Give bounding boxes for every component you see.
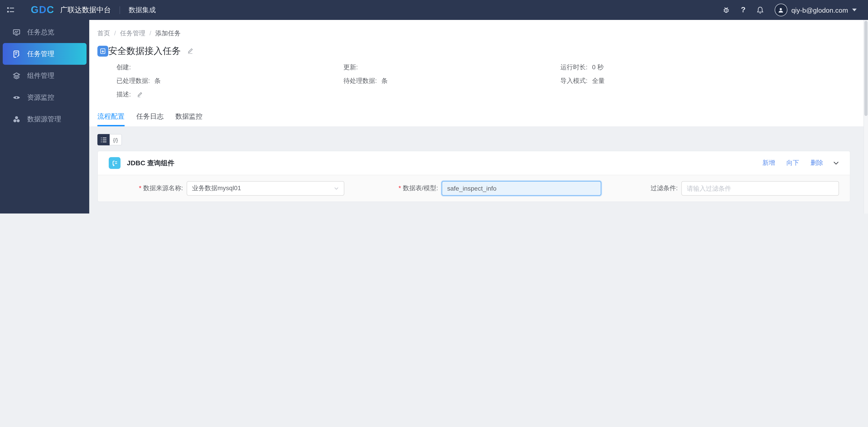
eye-icon [13, 94, 21, 101]
breadcrumb-separator: / [150, 29, 151, 38]
topbar: GDC 广联达数据中台 数据集成 ? [0, 0, 868, 20]
sidebar-item-resource-monitor[interactable]: 资源监控 [0, 87, 89, 108]
meta-pending: 待处理数据: 条 [343, 77, 560, 85]
module-name: 数据集成 [129, 6, 156, 14]
notifications-bell-icon[interactable] [756, 6, 764, 14]
list-view-toggle[interactable] [97, 134, 110, 145]
meta-processed-value: 条 [154, 77, 161, 85]
bug-icon[interactable] [722, 6, 731, 14]
scrollbar-thumb[interactable] [864, 21, 868, 116]
edit-description-icon[interactable] [136, 92, 143, 98]
meta-runtime-value: 0 秒 [592, 63, 604, 71]
datasource-select-value: 业务数据mysql01 [192, 184, 241, 192]
sidebar-item-label: 任务总览 [27, 28, 54, 36]
tab-data-monitor[interactable]: 数据监控 [175, 112, 203, 126]
view-toggle: {/} [97, 134, 850, 145]
jdbc-query-card-header: JDBC 查询组件 新增 向下 删除 [98, 151, 850, 175]
tab-flow-config[interactable]: 流程配置 [97, 112, 125, 126]
sidebar-item-component-management[interactable]: 组件管理 [0, 65, 89, 87]
breadcrumb-home[interactable]: 首页 [97, 29, 110, 38]
jdbc-query-card-body: *数据来源名称: 业务数据mysql01 *数据表/模型: 过滤条件: [98, 175, 850, 201]
task-edit-icon [13, 50, 21, 58]
meta-pending-value: 条 [381, 77, 388, 85]
dashboard-icon [13, 28, 21, 36]
tab-bar: 流程配置 任务日志 数据监控 [97, 112, 203, 126]
task-title-row: 安全数据接入任务 [97, 45, 193, 57]
meta-created-label: 创建: [117, 63, 131, 71]
meta-processed: 已处理数据: 条 [117, 77, 343, 85]
page-header: 首页 / 任务管理 / 添加任务 安全数据接入任务 [89, 20, 864, 126]
task-type-icon [97, 45, 108, 56]
user-email: qiy-b@glodon.com [791, 6, 848, 14]
meta-import-mode-value: 全量 [592, 77, 605, 85]
move-down-button[interactable]: 向下 [786, 159, 799, 167]
meta-updated: 更新: [343, 63, 560, 71]
breadcrumb: 首页 / 任务管理 / 添加任务 [97, 29, 181, 38]
sidebar-item-label: 数据源管理 [27, 115, 61, 123]
card-actions: 新增 向下 删除 [763, 159, 839, 167]
sidebar-item-datasource-management[interactable]: 数据源管理 [0, 108, 89, 130]
meta-description-label: 描述: [117, 91, 131, 99]
sidebar: 任务总览 任务管理 组件管理 资源监控 [0, 20, 89, 214]
flow-config-panel: {/} JDBC 查询组件 新增 向下 删除 [89, 126, 864, 214]
datasource-name-label: *数据来源名称: [109, 184, 183, 192]
meta-runtime: 运行时长: 0 秒 [560, 63, 845, 71]
help-icon[interactable]: ? [741, 5, 746, 14]
topbar-right: ? qiy-b@glodon.com [722, 4, 868, 16]
table-model-input[interactable] [442, 181, 601, 196]
task-meta: 创建: 更新: 运行时长: 0 秒 已处理数据: 条 待处理数据: 条 [117, 63, 845, 99]
required-mark: * [139, 184, 141, 192]
meta-pending-label: 待处理数据: [343, 77, 377, 85]
page-scrollbar[interactable] [864, 20, 868, 214]
delete-component-button[interactable]: 删除 [810, 159, 823, 167]
layers-icon [13, 72, 21, 79]
filter-condition-input[interactable] [681, 181, 839, 196]
add-component-button[interactable]: 新增 [763, 159, 775, 167]
meta-created: 创建: [117, 63, 343, 71]
meta-updated-label: 更新: [343, 63, 358, 71]
required-mark: * [399, 184, 401, 192]
jdbc-query-card: JDBC 查询组件 新增 向下 删除 *数据来源名称: 业务数据mysql01 [97, 151, 850, 202]
table-model-field: *数据表/模型: [386, 181, 601, 196]
meta-import-mode: 导入模式: 全量 [560, 77, 845, 85]
account-caret-icon [852, 9, 857, 11]
sidebar-item-label: 资源监控 [27, 93, 54, 102]
sidebar-item-label: 组件管理 [27, 71, 54, 80]
list-view-icon [100, 137, 107, 142]
sidebar-collapse-icon[interactable] [0, 6, 21, 13]
sidebar-item-task-management[interactable]: 任务管理 [3, 43, 87, 65]
edit-title-icon[interactable] [187, 47, 193, 54]
task-title: 安全数据接入任务 [108, 45, 181, 57]
table-model-label: *数据表/模型: [386, 184, 438, 192]
jdbc-query-icon [109, 157, 121, 169]
app-root: GDC 广联达数据中台 数据集成 ? [0, 0, 868, 214]
card-title: JDBC 查询组件 [127, 159, 175, 167]
meta-import-mode-label: 导入模式: [560, 77, 588, 85]
tab-task-log[interactable]: 任务日志 [136, 112, 163, 126]
sidebar-item-task-overview[interactable]: 任务总览 [0, 21, 89, 43]
avatar [774, 4, 787, 16]
breadcrumb-separator: / [114, 29, 116, 38]
topbar-divider [120, 6, 120, 14]
datasource-select[interactable]: 业务数据mysql01 [187, 181, 344, 196]
filter-condition-label: 过滤条件: [651, 184, 678, 192]
breadcrumb-task-management[interactable]: 任务管理 [120, 29, 146, 38]
gdc-logo: GDC [31, 4, 54, 16]
meta-processed-label: 已处理数据: [117, 77, 150, 85]
sidebar-item-label: 任务管理 [27, 50, 54, 58]
meta-description: 描述: [117, 91, 343, 99]
collapse-chevron-icon[interactable] [833, 160, 839, 166]
chevron-down-icon [334, 186, 339, 191]
jdbc-query-fields: *数据来源名称: 业务数据mysql01 *数据表/模型: 过滤条件: [98, 175, 850, 201]
datasource-icon [13, 115, 21, 123]
account-menu[interactable]: qiy-b@glodon.com [774, 4, 857, 16]
meta-runtime-label: 运行时长: [560, 63, 588, 71]
datasource-name-field: *数据来源名称: 业务数据mysql01 [109, 181, 344, 196]
json-view-toggle[interactable]: {/} [110, 134, 122, 145]
filter-condition-field: 过滤条件: [651, 181, 839, 196]
product-name: 广联达数据中台 [60, 5, 111, 15]
breadcrumb-add-task: 添加任务 [155, 29, 181, 38]
